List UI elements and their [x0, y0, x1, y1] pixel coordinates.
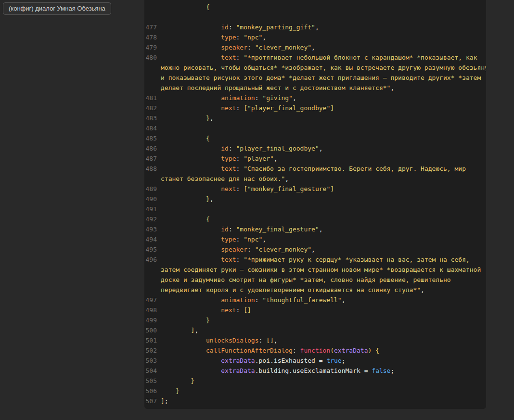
code-text: text: "*прижимает руку к сердцу* *указыв…: [161, 255, 486, 265]
code-line: делает последний прощальный жест и с дос…: [144, 83, 486, 93]
code-line: 494 type: "npc",: [144, 234, 486, 244]
code-line: 499 }: [144, 315, 486, 325]
code-token: делает последний прощальный жест и с дос…: [161, 84, 390, 91]
line-number: 485: [144, 133, 161, 143]
code-token: ,: [274, 337, 278, 344]
code-text: id: "monkey_parting_gift",: [161, 22, 486, 32]
line-number: 499: [144, 315, 161, 325]
code-token: text: [161, 165, 236, 172]
code-text: type: "npc",: [161, 234, 486, 244]
code-text: text: "*протягивает небольшой блокнот с …: [161, 52, 486, 63]
code-token: ,: [390, 84, 394, 91]
code-token: type: [161, 155, 236, 162]
line-number: 490: [144, 194, 161, 204]
page: { "window": { "tab_label": "(конфиг) диа…: [0, 0, 514, 420]
code-text: ];: [161, 396, 486, 406]
line-number: 500: [144, 325, 161, 335]
code-text: speaker: "clever_monkey",: [161, 42, 486, 52]
line-number: 502: [144, 345, 161, 356]
code-token: ,: [194, 327, 198, 334]
code-block: {477 id: "monkey_parting_gift",478 type:…: [144, 2, 486, 406]
code-token: ,: [319, 145, 323, 152]
code-token: animation: [161, 94, 255, 102]
code-token: .building.useExclamationMark =: [255, 367, 372, 374]
code-text: text: "Спасибо за гостеприимство. Береги…: [161, 164, 486, 174]
code-token: type: [161, 236, 236, 243]
code-text: next: []: [161, 305, 486, 315]
code-text: [161, 204, 486, 214]
code-text: },: [161, 194, 486, 204]
line-number: 486: [144, 143, 161, 153]
code-token: :: [236, 306, 244, 314]
line-number: 478: [144, 32, 161, 42]
code-token: :: [236, 155, 244, 162]
code-token: станет безопаснее для нас обоих.": [161, 175, 285, 182]
line-number: 504: [144, 366, 161, 376]
code-token: "player_final_goodbye": [236, 145, 319, 152]
code-token: [: [244, 104, 247, 112]
code-line: 505 }: [144, 376, 486, 386]
code-line: 488 text: "Спасибо за гостеприимство. Бе…: [144, 164, 486, 174]
code-text: затем соединяет руки – союзники в этом с…: [161, 265, 486, 275]
code-token: "player_final_goodbye": [247, 104, 330, 112]
code-token: можно рисовать, чтобы общаться* *изображ…: [161, 64, 486, 71]
code-token: :: [236, 236, 244, 243]
code-token: ]: [161, 327, 194, 334]
code-token: :: [236, 34, 244, 41]
code-line: 477 id: "monkey_parting_gift",: [144, 22, 486, 32]
code-token: function: [300, 347, 331, 354]
code-token: [: [244, 185, 247, 192]
code-token: :: [236, 165, 244, 172]
line-number: 505: [144, 376, 161, 386]
code-line: 480 text: "*протягивает небольшой блокно…: [144, 52, 486, 63]
code-text: станет безопаснее для нас обоих.",: [161, 174, 486, 184]
line-number: 507: [144, 396, 161, 406]
code-token: :: [247, 44, 255, 51]
code-token: :: [229, 226, 236, 233]
code-text: {: [161, 133, 486, 143]
code-text: next: ["monkey_final_gesture"]: [161, 184, 486, 194]
code-line: 483 },: [144, 113, 486, 123]
code-token: next: [161, 185, 236, 192]
file-tab[interactable]: (конфиг) диалог Умная Обезьяна: [3, 2, 111, 15]
code-text: ],: [161, 325, 486, 335]
line-number: 482: [144, 103, 161, 113]
code-token: "monkey_final_gesture": [247, 185, 330, 192]
code-token: {: [161, 216, 210, 223]
code-token: :: [259, 337, 267, 344]
code-token: :: [255, 296, 263, 304]
code-token: }: [161, 115, 210, 122]
code-token: speaker: [161, 246, 247, 253]
file-tab-label: (конфиг) диалог Умная Обезьяна: [9, 5, 105, 12]
code-token: type: [161, 34, 236, 41]
code-line: 497 animation: "thoughtful_farewell",: [144, 295, 486, 305]
code-line: затем соединяет руки – союзники в этом с…: [144, 265, 486, 275]
line-number: [144, 285, 161, 295]
code-editor-panel[interactable]: {477 id: "monkey_parting_gift",478 type:…: [144, 0, 486, 409]
code-token: ,: [210, 195, 214, 203]
code-token: }: [161, 317, 210, 324]
code-token: "monkey_final_gesture": [236, 226, 319, 233]
code-line: 493 id: "monkey_final_gesture",: [144, 224, 486, 234]
code-line: 496 text: "*прижимает руку к сердцу* *ук…: [144, 255, 486, 265]
code-token: "*протягивает небольшой блокнот с каранд…: [244, 54, 477, 61]
code-text: и показываете рисунок этого дома* *делае…: [161, 73, 486, 83]
code-line: 500 ],: [144, 325, 486, 335]
code-token: id: [161, 226, 229, 233]
code-token: ,: [262, 236, 266, 243]
code-token: ]: [330, 104, 334, 112]
code-line: 498 next: []: [144, 305, 486, 315]
code-text: {: [161, 2, 486, 12]
code-token: }: [161, 377, 194, 384]
code-token: id: [161, 24, 229, 31]
code-token: "clever_monkey": [255, 246, 311, 253]
line-number: 496: [144, 255, 161, 265]
code-text: speaker: "clever_monkey",: [161, 244, 486, 255]
code-line: 501 unlocksDialogs: [],: [144, 335, 486, 345]
code-token: "thoughtful_farewell": [262, 296, 341, 304]
code-line: передвигает короля и с удовлетворением о…: [144, 285, 486, 295]
code-token: text: [161, 256, 236, 263]
line-number: 494: [144, 234, 161, 244]
line-number: 488: [144, 164, 161, 174]
code-token: :: [236, 54, 244, 61]
